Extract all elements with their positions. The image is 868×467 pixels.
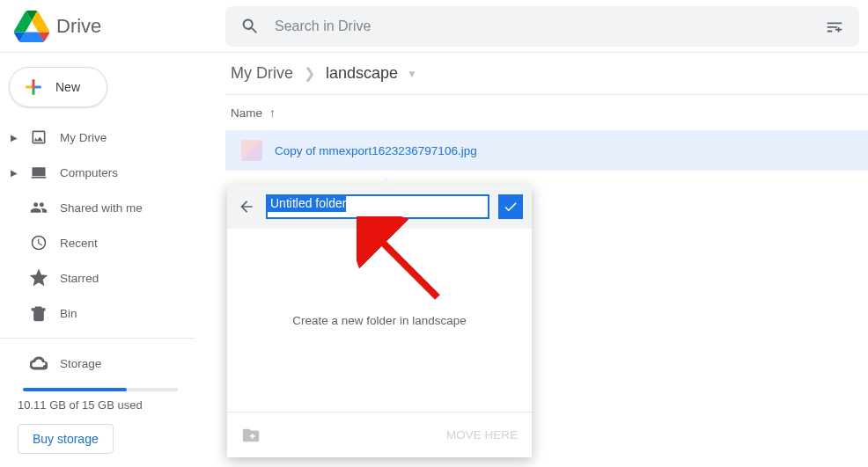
sidebar-label: Computers <box>60 166 118 179</box>
my-drive-icon <box>28 128 49 146</box>
computers-icon <box>28 164 49 181</box>
sidebar-item-recent[interactable]: Recent <box>0 225 204 260</box>
file-name: Copy of mmexport1623236797106.jpg <box>275 144 477 157</box>
sidebar-item-shared[interactable]: Shared with me <box>0 190 204 225</box>
breadcrumb-current[interactable]: landscape <box>326 64 398 83</box>
storage-label: Storage <box>60 357 101 370</box>
search-input[interactable] <box>268 18 817 34</box>
chevron-right-icon: ❯ <box>298 65 320 82</box>
sidebar-label: Starred <box>60 272 99 285</box>
buy-storage-button[interactable]: Buy storage <box>18 424 114 454</box>
cloud-icon <box>28 354 49 372</box>
bin-icon <box>28 304 49 322</box>
sidebar-label: Shared with me <box>60 201 143 215</box>
new-button[interactable]: New <box>9 67 107 107</box>
product-name: Drive <box>56 15 101 38</box>
folder-name-input[interactable]: Untitled folder <box>266 194 489 219</box>
new-label: New <box>55 80 80 94</box>
sidebar-item-starred[interactable]: Starred <box>0 260 204 296</box>
recent-icon <box>28 234 49 252</box>
storage-bar <box>23 388 178 391</box>
confirm-button[interactable] <box>498 194 523 219</box>
chevron-down-icon[interactable]: ▼ <box>403 68 417 80</box>
breadcrumb-root[interactable]: My Drive <box>231 64 293 83</box>
check-icon <box>503 199 519 215</box>
star-icon <box>28 269 49 287</box>
create-folder-icon[interactable] <box>241 427 262 444</box>
expand-icon[interactable]: ▶ <box>11 133 18 142</box>
sidebar-item-storage[interactable]: Storage <box>0 346 204 381</box>
sort-asc-icon[interactable]: ↑ <box>269 106 276 120</box>
search-icon[interactable] <box>232 9 268 44</box>
new-folder-dialog: Untitled folder Create a new folder in l… <box>227 185 532 457</box>
logo-area[interactable]: Drive <box>0 9 225 44</box>
drive-logo-icon <box>14 9 49 44</box>
search-bar[interactable] <box>225 6 859 47</box>
sidebar-label: Bin <box>60 307 77 320</box>
file-thumbnail <box>241 140 262 161</box>
arrow-left-icon <box>238 198 255 215</box>
sidebar-item-my-drive[interactable]: ▶ My Drive <box>0 120 204 155</box>
sidebar-label: Recent <box>60 237 98 250</box>
shared-icon <box>28 199 49 216</box>
storage-usage: 10.11 GB of 15 GB used <box>18 398 204 412</box>
dialog-message: Create a new folder in landscape <box>227 229 532 412</box>
column-name-label: Name <box>231 106 262 120</box>
dialog-back-button[interactable] <box>236 196 257 217</box>
search-options-icon[interactable] <box>817 9 852 44</box>
breadcrumb: My Drive ❯ landscape ▼ <box>225 53 868 95</box>
sidebar: New ▶ My Drive ▶ Computers Shared with m… <box>0 53 204 467</box>
file-row[interactable]: Copy of mmexport1623236797106.jpg <box>225 130 868 171</box>
move-here-button: MOVE HERE <box>446 428 518 441</box>
expand-icon[interactable]: ▶ <box>11 168 18 178</box>
sidebar-item-bin[interactable]: Bin <box>0 296 204 331</box>
sidebar-item-computers[interactable]: ▶ Computers <box>0 155 204 190</box>
sidebar-label: My Drive <box>60 131 107 144</box>
column-header[interactable]: Name ↑ <box>225 95 868 130</box>
plus-icon <box>22 76 45 99</box>
